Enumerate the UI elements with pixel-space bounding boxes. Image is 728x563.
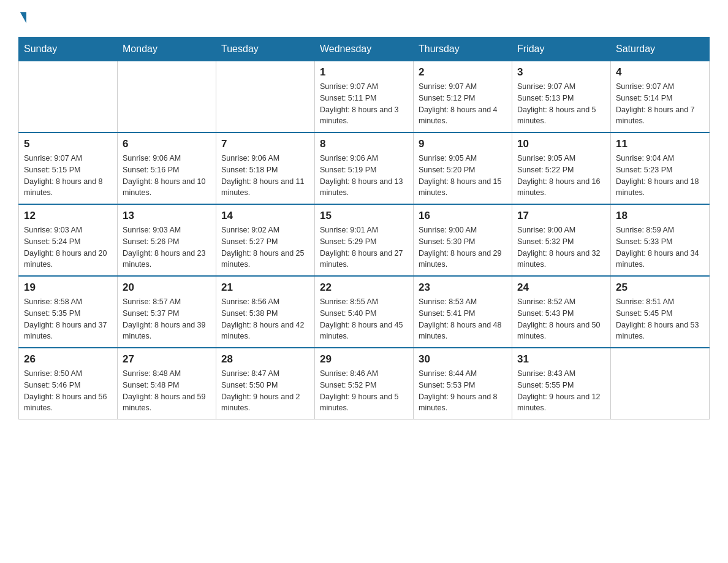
day-info: Sunrise: 9:03 AMSunset: 5:24 PMDaylight:… xyxy=(24,224,112,270)
day-number: 5 xyxy=(24,138,112,150)
calendar-cell: 24Sunrise: 8:52 AMSunset: 5:43 PMDayligh… xyxy=(512,276,611,348)
header-sunday: Sunday xyxy=(19,37,118,61)
header-tuesday: Tuesday xyxy=(216,37,315,61)
calendar-cell xyxy=(118,61,216,133)
day-info: Sunrise: 9:06 AMSunset: 5:18 PMDaylight:… xyxy=(221,153,309,199)
calendar-cell: 16Sunrise: 9:00 AMSunset: 5:30 PMDayligh… xyxy=(414,204,512,276)
calendar-cell xyxy=(216,61,315,133)
calendar-cell: 31Sunrise: 8:43 AMSunset: 5:55 PMDayligh… xyxy=(512,348,611,419)
day-info: Sunrise: 8:48 AMSunset: 5:48 PMDaylight:… xyxy=(123,368,211,414)
day-info: Sunrise: 9:07 AMSunset: 5:14 PMDaylight:… xyxy=(616,81,704,127)
calendar-cell: 17Sunrise: 9:00 AMSunset: 5:32 PMDayligh… xyxy=(512,204,611,276)
calendar-cell: 13Sunrise: 9:03 AMSunset: 5:26 PMDayligh… xyxy=(118,204,216,276)
header-thursday: Thursday xyxy=(414,37,512,61)
day-number: 31 xyxy=(517,353,605,366)
calendar-cell: 8Sunrise: 9:06 AMSunset: 5:19 PMDaylight… xyxy=(315,132,414,204)
calendar-week-row: 1Sunrise: 9:07 AMSunset: 5:11 PMDaylight… xyxy=(19,61,710,133)
header-saturday: Saturday xyxy=(611,37,710,61)
calendar-cell: 29Sunrise: 8:46 AMSunset: 5:52 PMDayligh… xyxy=(315,348,414,419)
day-info: Sunrise: 8:50 AMSunset: 5:46 PMDaylight:… xyxy=(24,368,112,414)
day-number: 1 xyxy=(320,66,408,79)
day-info: Sunrise: 8:57 AMSunset: 5:37 PMDaylight:… xyxy=(123,296,211,342)
day-number: 22 xyxy=(320,282,408,294)
day-info: Sunrise: 9:05 AMSunset: 5:22 PMDaylight:… xyxy=(517,153,605,199)
day-number: 23 xyxy=(419,282,507,294)
day-number: 28 xyxy=(221,353,309,366)
calendar-week-row: 12Sunrise: 9:03 AMSunset: 5:24 PMDayligh… xyxy=(19,204,710,276)
day-info: Sunrise: 8:51 AMSunset: 5:45 PMDaylight:… xyxy=(616,296,704,342)
calendar-cell: 22Sunrise: 8:55 AMSunset: 5:40 PMDayligh… xyxy=(315,276,414,348)
calendar-cell: 20Sunrise: 8:57 AMSunset: 5:37 PMDayligh… xyxy=(118,276,216,348)
day-number: 7 xyxy=(221,138,309,150)
day-info: Sunrise: 8:59 AMSunset: 5:33 PMDaylight:… xyxy=(616,224,704,270)
header-monday: Monday xyxy=(118,37,216,61)
calendar-cell: 15Sunrise: 9:01 AMSunset: 5:29 PMDayligh… xyxy=(315,204,414,276)
calendar-cell: 10Sunrise: 9:05 AMSunset: 5:22 PMDayligh… xyxy=(512,132,611,204)
day-info: Sunrise: 9:01 AMSunset: 5:29 PMDaylight:… xyxy=(320,224,408,270)
calendar-cell: 2Sunrise: 9:07 AMSunset: 5:12 PMDaylight… xyxy=(414,61,512,133)
calendar-cell: 1Sunrise: 9:07 AMSunset: 5:11 PMDaylight… xyxy=(315,61,414,133)
day-info: Sunrise: 9:05 AMSunset: 5:20 PMDaylight:… xyxy=(419,153,507,199)
day-info: Sunrise: 9:03 AMSunset: 5:26 PMDaylight:… xyxy=(123,224,211,270)
calendar-cell: 28Sunrise: 8:47 AMSunset: 5:50 PMDayligh… xyxy=(216,348,315,419)
day-number: 20 xyxy=(123,282,211,294)
day-number: 12 xyxy=(24,210,112,222)
calendar-cell: 11Sunrise: 9:04 AMSunset: 5:23 PMDayligh… xyxy=(611,132,710,204)
day-number: 18 xyxy=(616,210,704,222)
calendar-table: SundayMondayTuesdayWednesdayThursdayFrid… xyxy=(18,37,710,419)
calendar-cell: 9Sunrise: 9:05 AMSunset: 5:20 PMDaylight… xyxy=(414,132,512,204)
header xyxy=(18,12,710,25)
day-info: Sunrise: 8:52 AMSunset: 5:43 PMDaylight:… xyxy=(517,296,605,342)
calendar-week-row: 5Sunrise: 9:07 AMSunset: 5:15 PMDaylight… xyxy=(19,132,710,204)
day-number: 29 xyxy=(320,353,408,366)
day-number: 6 xyxy=(123,138,211,150)
day-info: Sunrise: 8:58 AMSunset: 5:35 PMDaylight:… xyxy=(24,296,112,342)
day-info: Sunrise: 9:06 AMSunset: 5:19 PMDaylight:… xyxy=(320,153,408,199)
calendar-cell: 4Sunrise: 9:07 AMSunset: 5:14 PMDaylight… xyxy=(611,61,710,133)
day-number: 25 xyxy=(616,282,704,294)
calendar-week-row: 26Sunrise: 8:50 AMSunset: 5:46 PMDayligh… xyxy=(19,348,710,419)
calendar-cell: 5Sunrise: 9:07 AMSunset: 5:15 PMDaylight… xyxy=(19,132,118,204)
day-number: 15 xyxy=(320,210,408,222)
day-info: Sunrise: 9:00 AMSunset: 5:30 PMDaylight:… xyxy=(419,224,507,270)
day-info: Sunrise: 8:46 AMSunset: 5:52 PMDaylight:… xyxy=(320,368,408,414)
day-number: 9 xyxy=(419,138,507,150)
day-info: Sunrise: 9:00 AMSunset: 5:32 PMDaylight:… xyxy=(517,224,605,270)
day-info: Sunrise: 8:55 AMSunset: 5:40 PMDaylight:… xyxy=(320,296,408,342)
day-info: Sunrise: 9:07 AMSunset: 5:12 PMDaylight:… xyxy=(419,81,507,127)
calendar-cell xyxy=(19,61,118,133)
calendar-cell xyxy=(611,348,710,419)
day-number: 11 xyxy=(616,138,704,150)
day-number: 26 xyxy=(24,353,112,366)
calendar-week-row: 19Sunrise: 8:58 AMSunset: 5:35 PMDayligh… xyxy=(19,276,710,348)
day-number: 13 xyxy=(123,210,211,222)
day-number: 17 xyxy=(517,210,605,222)
calendar-cell: 26Sunrise: 8:50 AMSunset: 5:46 PMDayligh… xyxy=(19,348,118,419)
day-info: Sunrise: 8:53 AMSunset: 5:41 PMDaylight:… xyxy=(419,296,507,342)
day-number: 8 xyxy=(320,138,408,150)
day-info: Sunrise: 9:07 AMSunset: 5:15 PMDaylight:… xyxy=(24,153,112,199)
day-info: Sunrise: 9:07 AMSunset: 5:13 PMDaylight:… xyxy=(517,81,605,127)
logo-triangle-icon xyxy=(20,12,26,23)
logo-blue-part xyxy=(18,12,26,25)
day-info: Sunrise: 8:44 AMSunset: 5:53 PMDaylight:… xyxy=(419,368,507,414)
day-info: Sunrise: 9:02 AMSunset: 5:27 PMDaylight:… xyxy=(221,224,309,270)
calendar-cell: 3Sunrise: 9:07 AMSunset: 5:13 PMDaylight… xyxy=(512,61,611,133)
day-number: 30 xyxy=(419,353,507,366)
calendar-cell: 18Sunrise: 8:59 AMSunset: 5:33 PMDayligh… xyxy=(611,204,710,276)
day-info: Sunrise: 8:43 AMSunset: 5:55 PMDaylight:… xyxy=(517,368,605,414)
day-info: Sunrise: 9:06 AMSunset: 5:16 PMDaylight:… xyxy=(123,153,211,199)
calendar-header-row: SundayMondayTuesdayWednesdayThursdayFrid… xyxy=(19,37,710,61)
calendar-cell: 7Sunrise: 9:06 AMSunset: 5:18 PMDaylight… xyxy=(216,132,315,204)
day-info: Sunrise: 9:04 AMSunset: 5:23 PMDaylight:… xyxy=(616,153,704,199)
day-info: Sunrise: 8:56 AMSunset: 5:38 PMDaylight:… xyxy=(221,296,309,342)
header-friday: Friday xyxy=(512,37,611,61)
day-number: 4 xyxy=(616,66,704,79)
day-number: 21 xyxy=(221,282,309,294)
logo xyxy=(18,12,26,25)
day-info: Sunrise: 9:07 AMSunset: 5:11 PMDaylight:… xyxy=(320,81,408,127)
calendar-cell: 14Sunrise: 9:02 AMSunset: 5:27 PMDayligh… xyxy=(216,204,315,276)
day-number: 10 xyxy=(517,138,605,150)
day-number: 16 xyxy=(419,210,507,222)
calendar-cell: 25Sunrise: 8:51 AMSunset: 5:45 PMDayligh… xyxy=(611,276,710,348)
